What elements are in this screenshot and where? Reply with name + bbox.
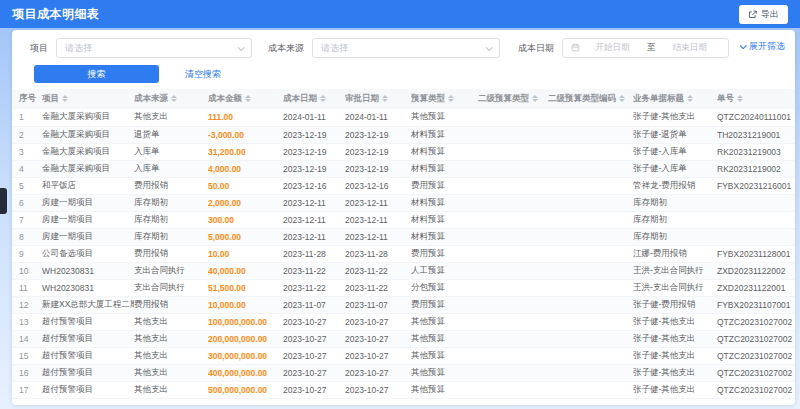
table-cell: 2023-11-07	[283, 296, 345, 313]
sort-icon[interactable]	[382, 95, 388, 102]
table-cell: FYBX20231216001	[717, 177, 795, 194]
table-cell	[478, 262, 548, 279]
table-cell: 2023-12-19	[283, 160, 345, 177]
table-row: 2金融大厦采购项目退货单-3,000.002023-12-192023-12-1…	[12, 126, 795, 143]
table-cell: QTZC20231027002	[717, 364, 795, 381]
table-cell: 库存期初	[633, 211, 717, 228]
column-header[interactable]: 成本日期	[283, 89, 345, 109]
table-cell	[548, 194, 633, 211]
table-cell	[548, 347, 633, 364]
cost-source-select[interactable]: 请选择	[312, 38, 500, 58]
table-cell	[548, 313, 633, 330]
table-row: 15超付预警项目其他支出300,000,000.002023-10-272023…	[12, 347, 795, 364]
table-cell: 金融大厦采购项目	[42, 143, 134, 160]
table-cell: 王洪-支出合同执行	[633, 279, 717, 296]
table-cell: 2023-11-28	[283, 245, 345, 262]
column-header[interactable]: 成本金额	[208, 89, 283, 109]
table-cell: 张子健-退货单	[633, 126, 717, 143]
table-cell: 分包预算	[411, 279, 478, 296]
sort-icon[interactable]	[171, 95, 177, 102]
table-cell: 2023-12-11	[283, 211, 345, 228]
table-cell: 31,200.00	[208, 143, 283, 160]
drawer-handle[interactable]	[0, 188, 7, 214]
table-row: 9公司备选项目费用报销10.002023-11-282023-11-28费用预算…	[12, 245, 795, 262]
table-cell: 2023-11-22	[345, 279, 411, 296]
table-cell: QTZC20231027002	[717, 313, 795, 330]
cost-date-range-input[interactable]: 开始日期 至 结束日期	[562, 38, 729, 58]
sort-icon[interactable]	[62, 95, 68, 102]
clear-search-link[interactable]: 清空搜索	[185, 68, 221, 81]
expand-filters-link[interactable]: 展开筛选	[740, 40, 785, 53]
table-cell: 房建一期项目	[42, 211, 134, 228]
column-header[interactable]: 二级预算类型	[478, 89, 548, 109]
sort-icon[interactable]	[245, 95, 251, 102]
table-cell: 13	[12, 313, 42, 330]
table-cell	[478, 177, 548, 194]
table-cell: 2023-10-27	[283, 381, 345, 398]
column-header[interactable]: 单号	[717, 89, 795, 109]
table-body: 1金融大厦采购项目其他支出111.002024-01-112024-01-11其…	[12, 109, 795, 398]
filter-bar: 项目 请选择 成本来源 请选择 成本日期 开始日期 至 结束日期 展开筛选	[12, 30, 795, 58]
table-cell: 8	[12, 228, 42, 245]
table-cell: 9	[12, 245, 42, 262]
table-cell	[478, 228, 548, 245]
table-cell: 张子健-其他支出	[633, 364, 717, 381]
table-cell: 2,000.00	[208, 194, 283, 211]
table-cell: 费用预算	[411, 245, 478, 262]
table-cell	[548, 381, 633, 398]
table-cell: 其他支出	[134, 109, 208, 126]
table-cell: QTZC20231027002	[717, 381, 795, 398]
table-cell: 房建一期项目	[42, 194, 134, 211]
table-cell: 其他预算	[411, 330, 478, 347]
chevron-down-icon	[486, 44, 493, 51]
sort-icon[interactable]	[619, 95, 625, 102]
table-cell: 其他支出	[134, 313, 208, 330]
sort-icon[interactable]	[320, 95, 326, 102]
sort-icon[interactable]	[448, 95, 454, 102]
column-label: 成本日期	[283, 93, 317, 103]
table-row: 10WH20230831支出合同执行40,000.002023-11-22202…	[12, 262, 795, 279]
column-header[interactable]: 审批日期	[345, 89, 411, 109]
table-cell	[548, 160, 633, 177]
table-cell	[717, 211, 795, 228]
table-cell: 其他支出	[134, 381, 208, 398]
table-row: 1金融大厦采购项目其他支出111.002024-01-112024-01-11其…	[12, 109, 795, 126]
export-button[interactable]: 导出	[739, 5, 788, 24]
table-cell: 房建一期项目	[42, 228, 134, 245]
filter-actions: 搜索 清空搜索	[34, 65, 795, 83]
source-select-placeholder: 请选择	[321, 42, 348, 55]
column-header[interactable]: 二级预算类型编码	[548, 89, 633, 109]
column-header[interactable]: 业务单据标题	[633, 89, 717, 109]
table-cell: 10	[12, 262, 42, 279]
column-header[interactable]: 预算类型	[411, 89, 478, 109]
table-cell: 2023-10-27	[283, 313, 345, 330]
sort-icon[interactable]	[737, 95, 743, 102]
table-cell: QTZC20231027002	[717, 330, 795, 347]
table-cell: 2023-11-28	[345, 245, 411, 262]
table-cell: 6	[12, 194, 42, 211]
table-cell: 40,000.00	[208, 262, 283, 279]
table-cell: 2	[12, 126, 42, 143]
table-cell	[478, 296, 548, 313]
sort-icon[interactable]	[532, 95, 538, 102]
table-cell: 库存期初	[633, 194, 717, 211]
table-cell: FYBX20231128001	[717, 245, 795, 262]
table-cell: 超付预警项目	[42, 381, 134, 398]
sort-icon[interactable]	[687, 95, 693, 102]
table-row: 3金融大厦采购项目入库单31,200.002023-12-192023-12-1…	[12, 143, 795, 160]
column-label: 成本金额	[208, 93, 242, 103]
column-label: 序号	[19, 93, 36, 103]
column-header[interactable]: 项目	[42, 89, 134, 109]
project-select[interactable]: 请选择	[56, 38, 252, 58]
table-cell: 2023-12-19	[345, 160, 411, 177]
table-cell	[548, 364, 633, 381]
column-label: 二级预算类型编码	[548, 93, 616, 103]
cost-detail-table: 序号项目成本来源成本金额成本日期审批日期预算类型二级预算类型二级预算类型编码业务…	[12, 89, 795, 399]
date-range-separator: 至	[645, 42, 658, 54]
search-button[interactable]: 搜索	[34, 65, 159, 83]
table-cell: RK20231219002	[717, 160, 795, 177]
project-select-placeholder: 请选择	[65, 42, 92, 55]
column-header[interactable]: 成本来源	[134, 89, 208, 109]
table-cell: 7	[12, 211, 42, 228]
table-cell: 2023-10-27	[283, 330, 345, 347]
